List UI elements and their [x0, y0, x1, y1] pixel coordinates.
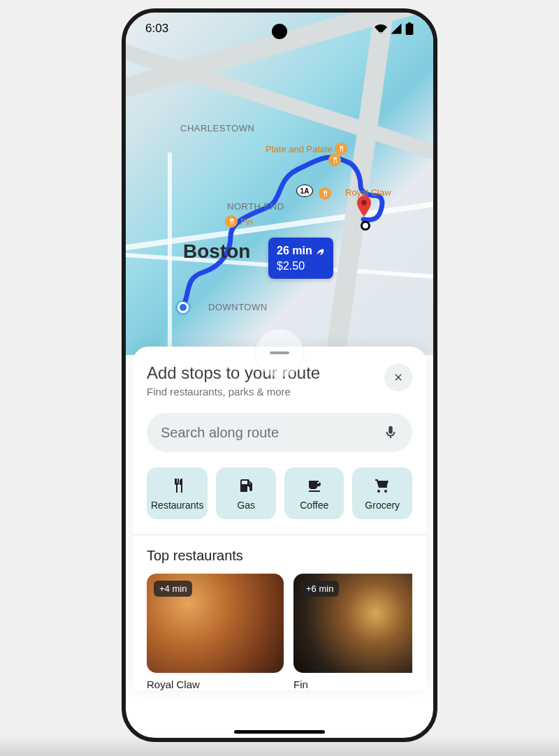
- map-label-northend: NORTH END: [227, 201, 284, 212]
- top-restaurants-row[interactable]: +4 min Royal Claw +6 min Fin: [147, 574, 412, 690]
- category-label: Coffee: [300, 500, 328, 511]
- divider: [133, 535, 426, 535]
- gas-icon: [238, 477, 254, 494]
- bottom-shadow: [0, 735, 559, 756]
- restaurant-name: Royal Claw: [147, 678, 284, 690]
- map-label-charlestown: CHARLESTOWN: [180, 123, 254, 133]
- battery-icon: [405, 22, 414, 35]
- grocery-icon: [374, 477, 391, 494]
- microphone-icon[interactable]: [383, 425, 398, 440]
- home-indicator[interactable]: [234, 730, 325, 734]
- svg-point-0: [361, 200, 367, 205]
- sheet-handle[interactable]: [255, 328, 304, 377]
- map-view[interactable]: CHARLESTOWN NORTH END DOWNTOWN Boston 1A…: [126, 13, 433, 355]
- highway-shield: 1A: [296, 184, 313, 197]
- poi-plate-palate-2[interactable]: [328, 154, 341, 166]
- cell-signal-icon: [390, 22, 402, 35]
- top-restaurants-title: Top restaurants: [147, 548, 412, 564]
- category-restaurants[interactable]: Restaurants: [147, 467, 208, 519]
- restaurant-card[interactable]: +4 min Royal Claw: [147, 574, 284, 690]
- category-row: Restaurants Gas Coffee Grocery: [147, 467, 412, 519]
- restaurant-poi-icon: [319, 187, 331, 200]
- route-start-dot: [177, 302, 189, 313]
- restaurant-icon: [169, 477, 186, 494]
- restaurant-poi-icon: [225, 215, 238, 228]
- poi-label: Plate and Palate: [266, 144, 332, 154]
- restaurant-poi-icon: [328, 154, 341, 166]
- close-button[interactable]: [384, 363, 412, 391]
- search-along-route-input[interactable]: Search along route: [147, 413, 412, 452]
- category-label: Grocery: [365, 500, 400, 511]
- camera-cutout: [272, 24, 287, 39]
- route-line: [126, 13, 433, 355]
- add-stops-sheet[interactable]: Add stops to your route Find restaurants…: [133, 347, 426, 690]
- poi-fin[interactable]: Fin: [225, 215, 253, 228]
- close-icon: [393, 372, 404, 383]
- leaf-icon: [315, 246, 325, 256]
- category-label: Gas: [237, 500, 255, 511]
- status-time: 6:03: [145, 22, 168, 36]
- route-time: 26 min: [277, 243, 312, 259]
- coffee-icon: [306, 477, 323, 494]
- poi-label: Fin: [240, 217, 253, 227]
- detour-badge: +6 min: [300, 581, 339, 597]
- restaurant-name: Fin: [293, 678, 412, 690]
- map-city-label: Boston: [183, 240, 250, 263]
- restaurant-card[interactable]: +6 min Fin: [293, 574, 412, 690]
- sheet-subtitle: Find restaurants, parks & more: [147, 386, 320, 398]
- poi-near-route[interactable]: [319, 187, 331, 200]
- search-placeholder: Search along route: [161, 425, 279, 441]
- map-label-downtown: DOWNTOWN: [208, 302, 268, 312]
- wifi-icon: [375, 22, 387, 35]
- category-grocery[interactable]: Grocery: [352, 467, 412, 519]
- route-info-card[interactable]: 26 min $2.50: [268, 238, 333, 279]
- category-gas[interactable]: Gas: [216, 467, 276, 519]
- destination-pin-icon: [354, 196, 375, 217]
- phone-frame: 6:03 CHARLESTOWN NORTH END DOWNTOWN Bost…: [122, 8, 437, 742]
- route-destination-dot: [361, 221, 370, 231]
- category-label: Restaurants: [151, 500, 203, 511]
- route-cost: $2.50: [277, 259, 325, 274]
- detour-badge: +4 min: [154, 581, 192, 597]
- category-coffee[interactable]: Coffee: [284, 467, 344, 519]
